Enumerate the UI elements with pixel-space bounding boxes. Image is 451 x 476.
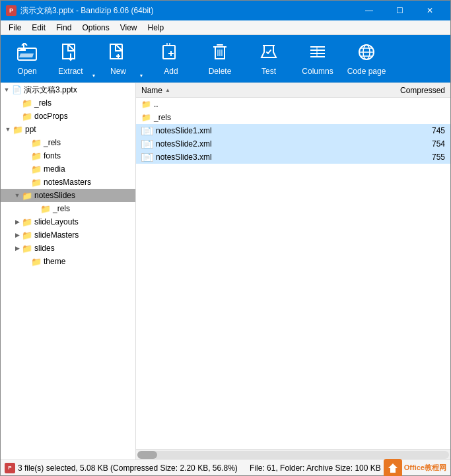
right-panel: Name ▲ Compressed 📁 .. xyxy=(136,83,450,459)
tree-label-fonts: fonts xyxy=(44,151,61,160)
xml-icon-3: 📄 xyxy=(141,153,153,162)
tree-item-slidelayouts[interactable]: ▶ 📁 slideLayouts xyxy=(1,215,135,228)
scrollbar-thumb[interactable] xyxy=(137,451,157,459)
tree-label-docprops: docProps xyxy=(34,112,68,121)
tree-item-slides[interactable]: ▶ 📁 slides xyxy=(1,242,135,255)
tree-label-media: media xyxy=(44,164,65,174)
menu-view[interactable]: View xyxy=(115,22,143,34)
xml-icon-1: 📄 xyxy=(141,127,153,135)
status-app-icon: P xyxy=(5,463,15,473)
extract-button[interactable]: Extract xyxy=(52,36,89,81)
folder-icon-notesslides: 📁 xyxy=(22,191,32,200)
file-cell-name-notesslide1: 📄 notesSlide1.xml xyxy=(136,126,384,135)
slidelayouts-toggle[interactable]: ▶ xyxy=(13,217,22,226)
notesslides-toggle[interactable]: ▼ xyxy=(13,191,22,200)
folder-icon-slidelayouts: 📁 xyxy=(22,217,32,226)
tree-label-notesslides-rels: _rels xyxy=(53,204,70,213)
menu-edit[interactable]: Edit xyxy=(26,22,51,34)
tree-item-fonts[interactable]: ▶ 📁 fonts xyxy=(1,149,135,162)
title-bar-left: P 演示文稿3.pptx - Bandizip 6.06 (64bit) xyxy=(6,5,153,17)
col-name-label: Name xyxy=(141,86,162,95)
scrollbar-track xyxy=(137,451,449,459)
menu-help[interactable]: Help xyxy=(143,22,170,34)
file-name-rels: _rels xyxy=(154,113,171,122)
file-row-notesslide3[interactable]: 📄 notesSlide3.xml 755 xyxy=(136,151,450,164)
app-icon: P xyxy=(6,5,17,16)
codepage-button[interactable]: Code page xyxy=(343,36,390,81)
extract-label: Extract xyxy=(58,67,83,75)
tree-label-theme: theme xyxy=(44,257,65,266)
main-window: P 演示文稿3.pptx - Bandizip 6.06 (64bit) — ☐… xyxy=(0,0,451,476)
file-row-rels[interactable]: 📁 _rels xyxy=(136,111,450,124)
extract-arrow-button[interactable]: ▼ xyxy=(89,69,98,81)
tree-label-notesslides: notesSlides xyxy=(34,191,75,200)
ppt-toggle[interactable]: ▼ xyxy=(3,125,13,134)
add-button[interactable]: Add xyxy=(147,36,195,81)
tree-item-notesslides[interactable]: ▼ 📁 notesSlides xyxy=(1,189,135,202)
status-text: 3 file(s) selected, 5.08 KB (Compressed … xyxy=(18,463,238,473)
tree-item-media[interactable]: ▶ 📁 media xyxy=(1,162,135,176)
menu-options[interactable]: Options xyxy=(77,22,114,34)
horizontal-scrollbar[interactable] xyxy=(136,449,450,459)
tree-root[interactable]: ▼ 📄 演示文稿3.pptx xyxy=(1,83,135,96)
codepage-label: Code page xyxy=(347,67,386,75)
menu-bar: File Edit Find Options View Help xyxy=(1,20,450,35)
watermark-text: Office教程网 xyxy=(404,463,446,473)
slidemasters-toggle[interactable]: ▶ xyxy=(13,230,22,240)
root-toggle[interactable]: ▼ xyxy=(2,85,11,94)
folder-icon-rels-root: 📁 xyxy=(22,98,32,108)
rels-folder-icon: 📁 xyxy=(141,113,151,122)
maximize-button[interactable]: ☐ xyxy=(384,1,415,20)
delete-button[interactable]: Delete xyxy=(196,36,244,81)
columns-label: Columns xyxy=(302,67,333,75)
col-name-header[interactable]: Name ▲ xyxy=(136,86,384,95)
tree-item-notesmasters[interactable]: ▶ 📁 notesMasters xyxy=(1,176,135,189)
new-arrow-button[interactable]: ▼ xyxy=(137,69,146,81)
file-cell-name-notesslide3: 📄 notesSlide3.xml xyxy=(136,153,384,162)
tree-item-docprops[interactable]: ▶ 📁 docProps xyxy=(1,110,135,123)
add-label: Add xyxy=(164,67,178,75)
tree-item-ppt-rels[interactable]: ▶ 📁 _rels xyxy=(1,136,135,149)
columns-button[interactable]: Columns xyxy=(294,36,341,81)
new-split-button: New ▼ xyxy=(100,36,146,81)
test-button[interactable]: Test xyxy=(245,36,293,81)
col-compressed-header[interactable]: Compressed xyxy=(384,86,450,95)
open-button[interactable]: Open xyxy=(3,36,51,81)
tree-item-slidemasters[interactable]: ▶ 📁 slideMasters xyxy=(1,228,135,242)
folder-icon-docprops: 📁 xyxy=(22,112,32,121)
sort-icon: ▲ xyxy=(165,87,170,93)
left-panel-tree: ▼ 📄 演示文稿3.pptx ▶ 📁 _rels ▶ 📁 docProps ▼ xyxy=(1,83,136,459)
test-label: Test xyxy=(261,67,276,75)
content-area: ▼ 📄 演示文稿3.pptx ▶ 📁 _rels ▶ 📁 docProps ▼ xyxy=(1,83,450,459)
file-name-notesslide3: notesSlide3.xml xyxy=(156,153,212,162)
tree-label-slides: slides xyxy=(34,244,55,253)
file-row-parent[interactable]: 📁 .. xyxy=(136,98,450,111)
folder-icon-slides: 📁 xyxy=(22,244,32,253)
menu-find[interactable]: Find xyxy=(51,22,77,34)
file-row-notesslide2[interactable]: 📄 notesSlide2.xml 754 xyxy=(136,137,450,151)
file-row-notesslide1[interactable]: 📄 notesSlide1.xml 745 xyxy=(136,124,450,137)
slides-toggle[interactable]: ▶ xyxy=(13,244,22,253)
file-cell-compressed-notesslide3: 755 xyxy=(384,153,450,162)
menu-file[interactable]: File xyxy=(3,22,26,34)
status-right: File: 61, Folder: Archive Size: 100 KB O… xyxy=(250,459,446,477)
tree-label-ppt: ppt xyxy=(25,125,36,134)
delete-label: Delete xyxy=(209,67,232,75)
folder-icon-media: 📁 xyxy=(31,164,42,174)
tree-item-notesslides-rels[interactable]: ▶ 📁 _rels xyxy=(1,202,135,215)
root-label: 演示文稿3.pptx xyxy=(24,85,77,96)
minimize-button[interactable]: — xyxy=(354,1,384,20)
tree-label-slidelayouts: slideLayouts xyxy=(34,217,79,226)
delete-icon xyxy=(210,43,230,65)
tree-item-ppt[interactable]: ▼ 📁 ppt xyxy=(1,123,135,136)
new-button[interactable]: New xyxy=(100,36,137,81)
title-bar: P 演示文稿3.pptx - Bandizip 6.06 (64bit) — ☐… xyxy=(1,1,450,20)
col-compressed-label: Compressed xyxy=(400,86,445,95)
close-button[interactable]: ✕ xyxy=(415,1,445,20)
file-cell-compressed-notesslide1: 745 xyxy=(384,126,450,135)
status-bar: P 3 file(s) selected, 5.08 KB (Compresse… xyxy=(1,459,450,475)
tree-item-theme[interactable]: ▶ 📁 theme xyxy=(1,255,135,268)
tree-item-rels-root[interactable]: ▶ 📁 _rels xyxy=(1,96,135,110)
extract-icon xyxy=(61,43,81,65)
folder-icon-fonts: 📁 xyxy=(31,151,42,160)
